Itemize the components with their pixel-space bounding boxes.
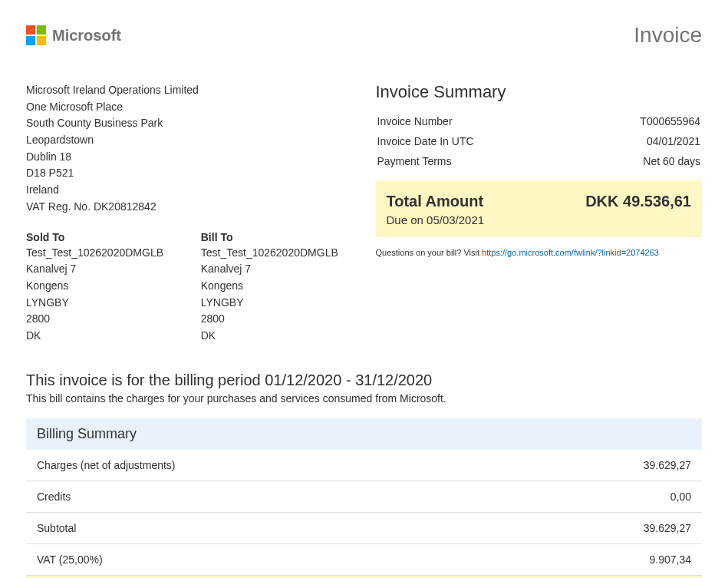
summary-terms-value: Net 60 days bbox=[643, 155, 700, 167]
questions-line: Questions on your bill? Visit https://go… bbox=[376, 248, 703, 257]
summary-number-label: Invoice Number bbox=[377, 115, 453, 127]
bill-to-postal: 2800 bbox=[201, 311, 353, 328]
summary-terms-label: Payment Terms bbox=[377, 155, 452, 167]
sold-to-country: DK bbox=[26, 328, 178, 345]
billing-row-label: Charges (net of adjustments) bbox=[37, 459, 176, 471]
company-line2: South County Business Park bbox=[26, 115, 353, 132]
total-amount-box: Total Amount DKK 49.536,61 Due on 05/03/… bbox=[376, 180, 703, 237]
questions-prefix: Questions on your bill? Visit bbox=[376, 248, 483, 257]
total-amount-value: DKK 49.536,61 bbox=[585, 193, 691, 210]
sold-to-block: Sold To Test_Test_10262020DMGLB Kanalvej… bbox=[26, 231, 178, 345]
invoice-summary-title: Invoice Summary bbox=[376, 82, 703, 102]
sold-to-line1: Kanalvej 7 bbox=[26, 261, 178, 278]
billing-row-value: 39.629,27 bbox=[644, 522, 691, 534]
sold-to-line2: Kongens bbox=[26, 278, 178, 295]
microsoft-logo-icon bbox=[26, 25, 46, 45]
bill-to-country: DK bbox=[201, 328, 353, 345]
bill-to-block: Bill To Test_Test_10262020DMGLB Kanalvej… bbox=[201, 231, 353, 345]
billing-row-label: Credits bbox=[37, 490, 71, 503]
billing-row: VAT (25,00%)9.907,34 bbox=[26, 544, 702, 576]
due-on-label: Due on 05/03/2021 bbox=[387, 213, 692, 226]
billing-row-value: 0,00 bbox=[670, 490, 691, 503]
sold-to-name: Test_Test_10262020DMGLB bbox=[26, 245, 178, 262]
billing-row-value: 9.907,34 bbox=[650, 553, 692, 566]
bill-to-line2: Kongens bbox=[201, 278, 353, 295]
company-line1: One Microsoft Place bbox=[26, 99, 353, 116]
bill-to-city: LYNGBY bbox=[201, 295, 353, 312]
sold-to-heading: Sold To bbox=[26, 231, 178, 243]
billing-period-sub: This bill contains the charges for your … bbox=[26, 392, 702, 405]
company-city: Dublin 18 bbox=[26, 149, 353, 166]
company-line3: Leopardstown bbox=[26, 132, 353, 149]
summary-date-value: 04/01/2021 bbox=[647, 135, 700, 147]
billing-period-heading: This invoice is for the billing period 0… bbox=[26, 372, 702, 389]
questions-link[interactable]: https://go.microsoft.com/fwlink/?linkid=… bbox=[482, 248, 659, 257]
document-title: Invoice bbox=[634, 23, 702, 48]
bill-to-heading: Bill To bbox=[201, 231, 353, 243]
billing-summary-title: Billing Summary bbox=[26, 418, 702, 450]
summary-number-value: T000655964 bbox=[640, 115, 700, 127]
billing-row-label: Subtotal bbox=[37, 522, 76, 534]
billing-row: Charges (net of adjustments)39.629,27 bbox=[26, 450, 702, 481]
summary-invoice-number: Invoice Number T000655964 bbox=[376, 111, 703, 131]
sold-to-city: LYNGBY bbox=[26, 295, 178, 312]
bill-to-line1: Kanalvej 7 bbox=[201, 261, 353, 278]
summary-payment-terms: Payment Terms Net 60 days bbox=[376, 151, 703, 171]
total-amount-label: Total Amount bbox=[387, 193, 484, 210]
billing-row: Subtotal39.629,27 bbox=[26, 513, 702, 544]
billing-total-row: Total DKK 49.536,61 bbox=[26, 576, 702, 578]
summary-date-label: Invoice Date In UTC bbox=[377, 135, 474, 147]
billing-row: Credits0,00 bbox=[26, 481, 702, 513]
company-name: Microsoft Ireland Operations Limited bbox=[26, 82, 353, 99]
bill-to-name: Test_Test_10262020DMGLB bbox=[201, 245, 353, 262]
company-address: Microsoft Ireland Operations Limited One… bbox=[26, 82, 353, 216]
billing-row-value: 39.629,27 bbox=[644, 459, 691, 471]
company-country: Ireland bbox=[26, 182, 353, 199]
billing-row-label: VAT (25,00%) bbox=[37, 553, 103, 566]
summary-invoice-date: Invoice Date In UTC 04/01/2021 bbox=[376, 131, 703, 151]
brand-logo: Microsoft bbox=[26, 25, 121, 45]
sold-to-postal: 2800 bbox=[26, 311, 178, 328]
company-vat: VAT Reg. No. DK20812842 bbox=[26, 199, 353, 216]
brand-name: Microsoft bbox=[52, 27, 121, 45]
company-postal: D18 P521 bbox=[26, 165, 353, 182]
